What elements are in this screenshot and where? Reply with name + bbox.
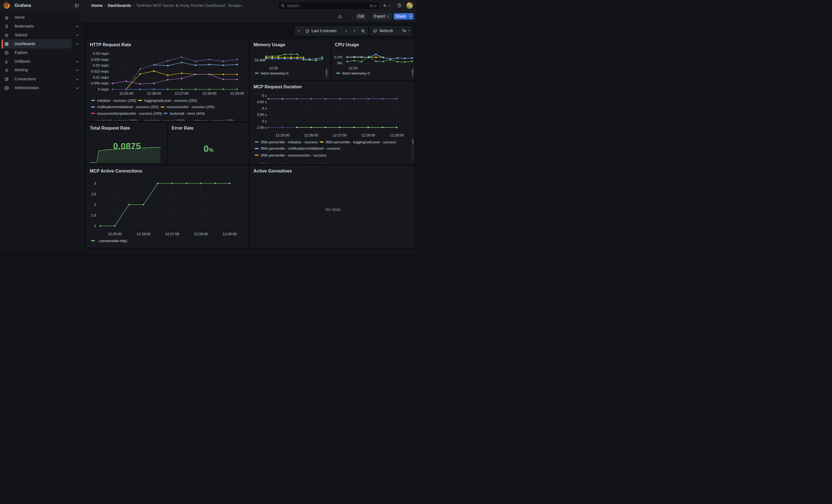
- svg-text:0.015 req/s: 0.015 req/s: [91, 69, 109, 74]
- svg-text:2.50 s: 2.50 s: [257, 125, 267, 129]
- svg-text:4.50 s: 4.50 s: [257, 100, 267, 104]
- svg-text:3.50 s: 3.50 s: [257, 112, 267, 117]
- svg-text:12:25:00: 12:25:00: [119, 91, 133, 96]
- svg-text:4 s: 4 s: [262, 106, 267, 110]
- svg-text:12:25:00: 12:25:00: [276, 133, 289, 137]
- svg-text:0.03 req/s: 0.03 req/s: [93, 51, 109, 56]
- svg-text:0.01 req/s: 0.01 req/s: [93, 75, 109, 80]
- svg-text:3: 3: [94, 181, 96, 185]
- svg-text:0 req/s: 0 req/s: [98, 87, 109, 91]
- svg-text:1.5: 1.5: [91, 213, 96, 217]
- svg-text:12:29:00: 12:29:00: [230, 91, 244, 96]
- svg-text:0.005 req/s: 0.005 req/s: [91, 81, 109, 85]
- svg-text:12:26:00: 12:26:00: [136, 232, 151, 236]
- svg-text:0%: 0%: [204, 144, 213, 154]
- svg-text:No data: No data: [325, 207, 340, 212]
- svg-text:12:27:00: 12:27:00: [175, 91, 188, 96]
- svg-text:2: 2: [94, 203, 96, 207]
- svg-text:0.02 req/s: 0.02 req/s: [93, 63, 109, 68]
- svg-text:12:26:00: 12:26:00: [304, 133, 318, 137]
- svg-text:0.0875: 0.0875: [113, 141, 141, 151]
- svg-text:12:25:00: 12:25:00: [108, 232, 122, 236]
- svg-text:12:29:00: 12:29:00: [223, 232, 237, 236]
- svg-text:16 MiB: 16 MiB: [255, 58, 265, 62]
- svg-text:12:28:00: 12:28:00: [361, 133, 375, 137]
- svg-text:12:27:00: 12:27:00: [165, 232, 179, 236]
- svg-text:12:26:00: 12:26:00: [147, 91, 161, 96]
- svg-text:0.2%: 0.2%: [334, 55, 342, 59]
- svg-text:5 s: 5 s: [262, 93, 267, 97]
- svg-text:12:28:00: 12:28:00: [194, 232, 208, 236]
- svg-text:1: 1: [94, 224, 96, 228]
- svg-text:12:27:00: 12:27:00: [333, 133, 347, 137]
- svg-text:12:29:00: 12:29:00: [390, 133, 404, 137]
- svg-text:3 s: 3 s: [262, 119, 267, 123]
- svg-text:12:28:00: 12:28:00: [202, 91, 216, 96]
- svg-text:0%: 0%: [337, 61, 342, 65]
- svg-text:12:25: 12:25: [269, 66, 278, 70]
- svg-text:0.025 req/s: 0.025 req/s: [91, 57, 109, 62]
- svg-text:2.5: 2.5: [91, 192, 96, 196]
- svg-text:12:25: 12:25: [348, 66, 358, 70]
